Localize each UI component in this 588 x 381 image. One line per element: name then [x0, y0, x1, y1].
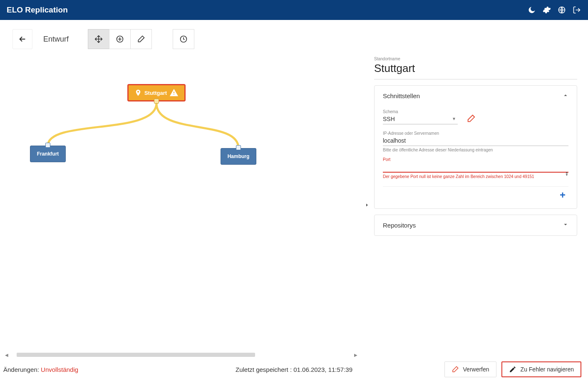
erase-interface-button[interactable] [465, 113, 477, 124]
toolbar: Entwurf [0, 20, 588, 52]
navigate-to-error-button[interactable]: Zu Fehler navigieren [501, 361, 581, 377]
chevron-up-icon [563, 92, 568, 99]
node-stuttgart[interactable]: Stuttgart [127, 84, 186, 101]
collapse-panel-button[interactable] [362, 52, 372, 358]
eraser-icon [452, 366, 459, 373]
warning-icon [169, 88, 179, 97]
history-button[interactable] [173, 29, 194, 49]
location-pin-icon [134, 89, 142, 96]
repos-card: Repositorys [374, 215, 577, 236]
pencil-icon [509, 366, 516, 373]
repos-title: Repositorys [383, 222, 416, 229]
graph-canvas[interactable]: Stuttgart Frankfurt Hamburg [0, 52, 362, 350]
node-anchor-top[interactable] [236, 145, 241, 150]
saved-value: 01.06.2023, 11:57:39 [293, 366, 352, 373]
interfaces-card-header[interactable]: Schnittstellen [375, 86, 577, 106]
nav-error-label: Zu Fehler navigieren [521, 366, 574, 373]
horizontal-scrollbar[interactable]: ◀ ▶ [4, 352, 358, 358]
discard-button[interactable]: Verwerfen [444, 361, 496, 377]
app-header: ELO Replication [0, 0, 588, 20]
discard-label: Verwerfen [463, 366, 489, 373]
interfaces-card: Schnittstellen Schema ▼ I [374, 85, 577, 209]
node-frankfurt[interactable]: Frankfurt [30, 146, 66, 162]
scroll-thumb[interactable] [17, 353, 255, 357]
panel-section-label: Standortname [374, 57, 577, 61]
node-label: Hamburg [228, 153, 250, 159]
ip-field[interactable] [383, 136, 568, 146]
scroll-right-arrow[interactable]: ▶ [353, 352, 358, 357]
ip-label: IP-Adresse oder Servernamen [383, 131, 568, 136]
port-error: Der gegebene Port null ist keine ganze Z… [383, 174, 568, 179]
back-button[interactable] [12, 29, 32, 49]
schema-label: Schema [383, 109, 458, 114]
node-hamburg[interactable]: Hamburg [221, 148, 256, 165]
logout-icon[interactable] [572, 5, 581, 15]
node-anchor-top[interactable] [45, 143, 50, 148]
saved-label: Zuletzt gespeichert : [236, 366, 293, 373]
content-area: Stuttgart Frankfurt Hamburg ◀ ▶ Standort [0, 52, 588, 358]
add-interface-button[interactable]: + [557, 189, 568, 201]
details-panel: Standortname Stuttgart Schnittstellen Sc… [372, 52, 588, 358]
canvas-wrap: Stuttgart Frankfurt Hamburg ◀ ▶ [0, 52, 362, 358]
header-icons [527, 5, 581, 15]
scroll-track[interactable] [11, 353, 352, 357]
globe-icon[interactable] [557, 5, 566, 15]
interfaces-title: Schnittstellen [383, 92, 420, 99]
schema-select[interactable] [383, 114, 458, 124]
port-label: Port [383, 157, 568, 162]
gear-icon[interactable] [542, 5, 551, 15]
changes-label: Änderungen: [3, 366, 41, 373]
chevron-down-icon [563, 222, 568, 229]
ip-helper: Bitte die öffentliche Adresse dieser Nie… [383, 148, 568, 152]
port-field[interactable] [383, 162, 568, 173]
erase-tool-button[interactable] [130, 29, 152, 49]
moon-icon[interactable] [527, 5, 536, 15]
saved-status: Zuletzt gespeichert : 01.06.2023, 11:57:… [236, 366, 352, 373]
changes-status: Änderungen: Unvollständig [3, 366, 78, 373]
divider [383, 186, 568, 187]
add-tool-button[interactable] [109, 29, 131, 49]
node-label: Frankfurt [37, 151, 59, 157]
tool-group-history [173, 29, 194, 49]
footer-bar: Änderungen: Unvollständig Zuletzt gespei… [0, 358, 588, 381]
interfaces-card-body: Schema ▼ IP-Adresse oder Servernamen Bit… [375, 106, 577, 208]
app-title: ELO Replication [7, 5, 68, 15]
draft-label: Entwurf [43, 35, 69, 44]
node-label: Stuttgart [144, 90, 167, 96]
move-tool-button[interactable] [88, 29, 109, 49]
repos-card-header[interactable]: Repositorys [375, 215, 577, 235]
tool-group-edit [88, 29, 152, 49]
node-anchor-bottom[interactable] [154, 99, 159, 104]
port-stepper[interactable]: ▲▼ [565, 171, 568, 176]
panel-title: Stuttgart [374, 62, 577, 79]
scroll-left-arrow[interactable]: ◀ [4, 352, 9, 357]
changes-value: Unvollständig [41, 366, 78, 373]
